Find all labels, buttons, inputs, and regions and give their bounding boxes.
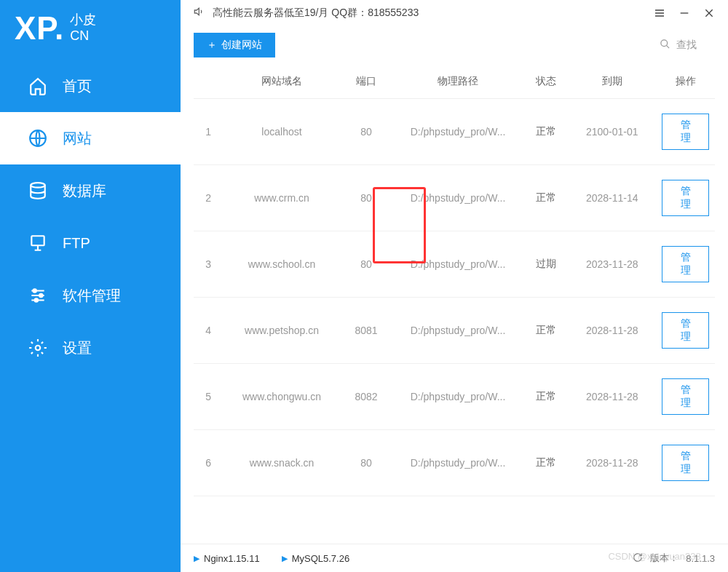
- svg-point-5: [35, 298, 38, 301]
- svg-point-3: [33, 289, 36, 292]
- minimize-icon[interactable]: [678, 7, 690, 19]
- cell-domain: www.crm.cn: [223, 165, 340, 231]
- watermark: CSDN @xiaoyuan338_: [608, 551, 706, 562]
- close-icon[interactable]: [703, 7, 715, 19]
- table-row[interactable]: 4 www.petshop.cn 8081 D:/phpstudy_pro/W.…: [194, 298, 715, 364]
- globe-icon: [28, 128, 48, 148]
- toolbar: ＋ 创建网站 查找: [181, 25, 728, 65]
- announcement-text[interactable]: 高性能云服务器低至19/月 QQ群：818555233: [213, 7, 419, 20]
- header-port: 端口: [341, 65, 392, 99]
- cell-index: 3: [194, 231, 223, 298]
- cell-index: 1: [194, 99, 223, 165]
- create-website-button[interactable]: ＋ 创建网站: [194, 33, 275, 57]
- nav-label: 网站: [63, 129, 92, 148]
- logo: XP. 小皮 CN: [0, 0, 181, 60]
- cell-expire: 2028-11-28: [568, 298, 656, 364]
- cell-status: 正常: [524, 298, 569, 364]
- nav-website[interactable]: 网站: [0, 112, 181, 164]
- play-icon: ▶: [282, 554, 288, 563]
- statusbar: ▶ Nginx1.15.11 ▶ MySQL5.7.26 版本： 8.1.1.3…: [181, 544, 728, 572]
- nav-label: 软件管理: [63, 286, 121, 306]
- cell-port: 80: [341, 99, 392, 165]
- cell-port: 8082: [341, 364, 392, 430]
- cell-index: 6: [194, 430, 223, 496]
- svg-point-4: [39, 294, 42, 297]
- manage-button[interactable]: 管理: [662, 246, 709, 282]
- manage-button[interactable]: 管理: [662, 114, 709, 150]
- cell-path: D:/phpstudy_pro/W...: [392, 99, 524, 165]
- table-row[interactable]: 3 www.school.cn 80 D:/phpstudy_pro/W... …: [194, 231, 715, 298]
- sidebar: XP. 小皮 CN 首页 网站 数据库 FTP 软件管理: [0, 0, 181, 572]
- table-row[interactable]: 5 www.chongwu.cn 8082 D:/phpstudy_pro/W.…: [194, 364, 715, 430]
- logo-main: XP.: [15, 10, 64, 47]
- nav-ftp[interactable]: FTP: [0, 217, 181, 269]
- cell-path: D:/phpstudy_pro/W...: [392, 298, 524, 364]
- svg-point-6: [36, 346, 41, 351]
- cell-action: 管理: [656, 298, 715, 364]
- home-icon: [28, 76, 48, 96]
- svg-point-1: [31, 183, 45, 187]
- cell-domain: www.petshop.cn: [223, 298, 340, 364]
- cell-action: 管理: [656, 165, 715, 231]
- website-table: 网站域名 端口 物理路径 状态 到期 操作 1 localhost 80 D:/…: [194, 65, 715, 496]
- table-row[interactable]: 2 www.crm.cn 80 D:/phpstudy_pro/W... 正常 …: [194, 165, 715, 231]
- service-nginx[interactable]: ▶ Nginx1.15.11: [194, 553, 260, 564]
- cell-action: 管理: [656, 99, 715, 165]
- search-icon: [660, 39, 670, 52]
- play-icon: ▶: [194, 554, 199, 563]
- nav-database[interactable]: 数据库: [0, 164, 181, 217]
- cell-port: 80: [341, 231, 392, 298]
- gear-icon: [28, 338, 48, 358]
- cell-status: 正常: [524, 99, 569, 165]
- cell-path: D:/phpstudy_pro/W...: [392, 430, 524, 496]
- topbar: 高性能云服务器低至19/月 QQ群：818555233: [181, 0, 728, 25]
- table-header-row: 网站域名 端口 物理路径 状态 到期 操作: [194, 65, 715, 99]
- cell-status: 过期: [524, 231, 569, 298]
- manage-button[interactable]: 管理: [662, 378, 709, 415]
- cell-expire: 2023-11-28: [568, 231, 656, 298]
- cell-action: 管理: [656, 364, 715, 430]
- cell-domain: www.school.cn: [223, 231, 340, 298]
- svg-point-7: [661, 40, 668, 47]
- header-domain: 网站域名: [223, 65, 340, 99]
- cell-status: 正常: [524, 364, 569, 430]
- header-expire: 到期: [568, 65, 656, 99]
- nav-label: 首页: [63, 76, 92, 96]
- database-icon: [28, 180, 48, 201]
- nav-software[interactable]: 软件管理: [0, 269, 181, 322]
- nav-home[interactable]: 首页: [0, 60, 181, 112]
- cell-port: 80: [341, 165, 392, 231]
- table-container: 网站域名 端口 物理路径 状态 到期 操作 1 localhost 80 D:/…: [181, 65, 728, 544]
- nav-label: 数据库: [63, 181, 106, 201]
- table-row[interactable]: 1 localhost 80 D:/phpstudy_pro/W... 正常 2…: [194, 99, 715, 165]
- header-path: 物理路径: [392, 65, 524, 99]
- sliders-icon: [28, 285, 48, 306]
- manage-button[interactable]: 管理: [662, 312, 709, 349]
- cell-action: 管理: [656, 231, 715, 298]
- cell-port: 8081: [341, 298, 392, 364]
- manage-button[interactable]: 管理: [662, 445, 709, 481]
- cell-status: 正常: [524, 430, 569, 496]
- logo-sub: 小皮 CN: [70, 12, 96, 44]
- nav-settings[interactable]: 设置: [0, 322, 181, 374]
- table-row[interactable]: 6 www.snack.cn 80 D:/phpstudy_pro/W... 正…: [194, 430, 715, 496]
- svg-rect-2: [31, 236, 44, 245]
- cell-status: 正常: [524, 165, 569, 231]
- menu-icon[interactable]: [654, 7, 665, 19]
- cell-path: D:/phpstudy_pro/W...: [392, 231, 524, 298]
- search-input[interactable]: 查找: [641, 33, 715, 57]
- cell-index: 5: [194, 364, 223, 430]
- nav-label: 设置: [63, 338, 92, 358]
- nav-label: FTP: [63, 235, 90, 252]
- cell-path: D:/phpstudy_pro/W...: [392, 364, 524, 430]
- cell-path: D:/phpstudy_pro/W...: [392, 165, 524, 231]
- plus-icon: ＋: [207, 39, 217, 52]
- header-action: 操作: [656, 65, 715, 99]
- cell-domain: www.snack.cn: [223, 430, 340, 496]
- ftp-icon: [28, 233, 48, 253]
- cell-index: 2: [194, 165, 223, 231]
- cell-expire: 2100-01-01: [568, 99, 656, 165]
- service-mysql[interactable]: ▶ MySQL5.7.26: [282, 553, 350, 564]
- header-status: 状态: [524, 65, 569, 99]
- manage-button[interactable]: 管理: [662, 180, 709, 216]
